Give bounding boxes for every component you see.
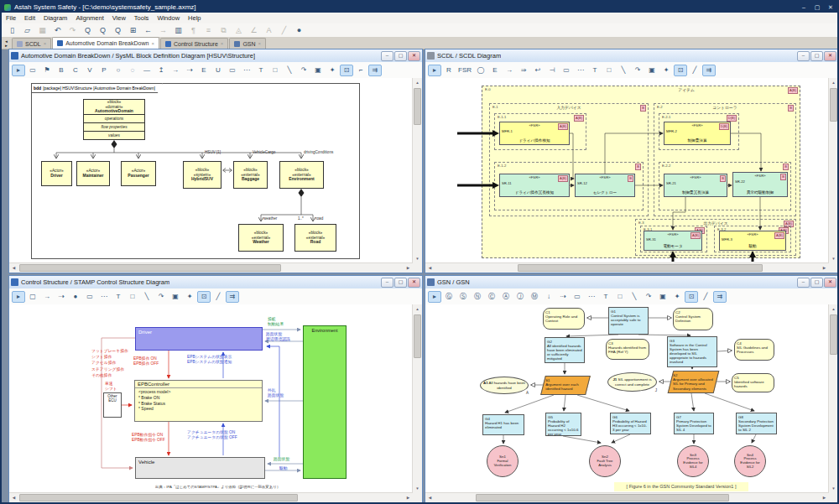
- maximize-button[interactable]: ▢: [810, 51, 823, 61]
- scdl-tool-anchor[interactable]: ⋯: [574, 65, 587, 76]
- stamp-box-other-ecu[interactable]: Other ECU: [103, 392, 122, 418]
- bdd-block-environment[interactable]: «block» «external» Environment: [279, 161, 324, 189]
- toolbar-redo[interactable]: ↷: [65, 24, 80, 37]
- stamp-tool-auto-align[interactable]: ⇉: [226, 291, 239, 303]
- gsn-tool-supported-by[interactable]: ↓: [542, 291, 555, 303]
- scdl-tool-fsr[interactable]: FSR: [456, 65, 473, 76]
- stamp-box-vehicle[interactable]: Vehicle: [135, 457, 265, 479]
- gsn-tool-text[interactable]: T: [599, 291, 612, 303]
- scdl-window-titlebar[interactable]: SCDL / SCDL Diagram – ▢ ✕: [425, 49, 838, 63]
- maximize-button[interactable]: ▢: [394, 51, 407, 61]
- bdd-tool-dependency[interactable]: ⇢: [183, 65, 196, 76]
- scroll-right-icon[interactable]: ▶: [820, 493, 829, 502]
- close-button[interactable]: ✕: [824, 278, 836, 288]
- scrollbar-thumb[interactable]: [19, 494, 298, 501]
- scroll-up-icon[interactable]: ▲: [829, 304, 838, 314]
- gsn-context-c4[interactable]: C4 SIL Guidelines and Processes: [734, 339, 774, 361]
- bdd-tool-usage[interactable]: U: [211, 65, 225, 76]
- menu-item-edit[interactable]: Edit: [20, 14, 39, 22]
- bdd-block-automotive-domain[interactable]: «block» «domain» AutomotiveDomain operat…: [83, 99, 145, 140]
- bdd-block-hybridsuv[interactable]: «block» «system» HybridSUV: [183, 161, 221, 189]
- stamp-canvas[interactable]: Driver Environment EPBController <proces…: [9, 304, 413, 493]
- scroll-left-icon[interactable]: ◀: [425, 493, 435, 502]
- bdd-tool-port[interactable]: P: [97, 65, 111, 76]
- bdd-tool-constraint[interactable]: C: [69, 65, 82, 76]
- bdd-actor-passenger[interactable]: «Actor» Passenger: [121, 161, 156, 186]
- toolbar-undo[interactable]: ↶: [50, 24, 65, 37]
- toolbar-zoom-in[interactable]: Q: [81, 24, 95, 37]
- scdl-tool-note[interactable]: ▭: [560, 65, 573, 76]
- bdd-tool-line-router[interactable]: ⌐: [354, 65, 367, 76]
- bdd-tool-text[interactable]: T: [254, 65, 268, 76]
- menu-item-view[interactable]: View: [108, 14, 130, 22]
- bdd-tool-anchor[interactable]: ⋯: [240, 65, 253, 76]
- scdl-tool-hazard[interactable]: ◯: [474, 65, 487, 76]
- minimize-button[interactable]: –: [797, 278, 810, 288]
- menu-item-alignment[interactable]: Alignment: [71, 14, 107, 22]
- scroll-down-icon[interactable]: ▼: [829, 484, 838, 493]
- gsn-solution-sn3[interactable]: Sn3 Process Evidence for SIL4: [677, 445, 709, 477]
- bdd-tool-curve[interactable]: ↷: [297, 65, 310, 76]
- bdd-tool-pin[interactable]: ⚑: [40, 65, 54, 76]
- bdd-tool-connector[interactable]: —: [140, 65, 154, 76]
- gsn-goal-g5[interactable]: G5 Probability of Hazard H2 occurring < …: [545, 413, 581, 436]
- toolbar-font-color[interactable]: A: [262, 24, 276, 37]
- scdl-tool-grid[interactable]: ⊡: [674, 65, 687, 76]
- bdd-tool-image[interactable]: ▣: [311, 65, 325, 76]
- scdl-tool-auto-align[interactable]: ⇉: [702, 65, 716, 76]
- gsn-goal-g2[interactable]: G2 All identified hazards have been elim…: [545, 337, 585, 363]
- gsn-tool-assumption[interactable]: Ⓐ: [499, 291, 513, 303]
- minimize-button[interactable]: –: [797, 2, 810, 13]
- minimize-button[interactable]: –: [381, 51, 393, 61]
- maximize-button[interactable]: ▢: [810, 2, 824, 13]
- stamp-box-environment[interactable]: Environment: [303, 325, 347, 479]
- scdl-tool-flow[interactable]: →: [503, 65, 516, 76]
- scrollbar-thumb[interactable]: [518, 264, 763, 272]
- bdd-tool-part[interactable]: ○: [112, 65, 125, 76]
- bdd-tool-auto-align[interactable]: ⇉: [368, 65, 382, 76]
- stamp-tool-note[interactable]: ▭: [83, 291, 96, 303]
- scdl-tool-requirement[interactable]: R: [442, 65, 456, 76]
- toolbar-line-jump[interactable]: ≡: [201, 24, 216, 37]
- menu-item-file[interactable]: File: [2, 14, 20, 22]
- scrollbar-thumb[interactable]: [414, 88, 421, 125]
- bdd-actor-maintainer[interactable]: «Actor» Maintainer: [76, 161, 110, 186]
- gsn-goal-g4[interactable]: G4 Hazard H1 has been eliminated: [482, 414, 524, 435]
- scdl-tool-barrier[interactable]: ⊣: [545, 65, 559, 76]
- stamp-tool-image[interactable]: ▣: [169, 291, 182, 303]
- toolbar-nav-back[interactable]: ←: [141, 24, 155, 37]
- menu-item-diagram[interactable]: Diagram: [39, 14, 71, 22]
- tab-automotive-domain-breakdown[interactable]: Automotive Domain BreakDown ×: [52, 37, 159, 49]
- gsn-tool-connector[interactable]: ╱: [699, 291, 712, 303]
- gsn-justification-j1[interactable]: J1 SIL apportionment is correct and comp…: [607, 372, 657, 392]
- scroll-up-icon[interactable]: ▲: [413, 304, 422, 314]
- gsn-goal-g1[interactable]: G1 Control System is acceptably safe to …: [608, 307, 649, 335]
- gsn-tool-in-context-of[interactable]: ⇢: [556, 291, 570, 303]
- sidebar-collapse-arrows[interactable]: ◄ ►: [3, 39, 9, 48]
- tab-close-icon[interactable]: ×: [44, 41, 47, 46]
- gsn-tool-auto-align[interactable]: ⇉: [713, 291, 727, 303]
- stamp-tool-select[interactable]: ▸: [12, 291, 25, 303]
- scroll-left-icon[interactable]: ◀: [9, 493, 18, 502]
- bdd-tool-reference[interactable]: ◌: [126, 65, 139, 76]
- gsn-goal-g7[interactable]: G7 Primary Protection System Developed t…: [674, 413, 714, 434]
- bdd-tool-item-flow[interactable]: ↥: [154, 65, 168, 76]
- toolbar-zoom-reset[interactable]: Q: [111, 24, 125, 37]
- stamp-tool-curve[interactable]: ↷: [154, 291, 168, 303]
- scroll-left-icon[interactable]: ◀: [9, 263, 18, 273]
- gsn-tool-justification[interactable]: Ⓙ: [513, 291, 527, 303]
- gsn-tool-goal[interactable]: Ⓖ: [442, 291, 456, 303]
- scroll-up-icon[interactable]: ▲: [829, 78, 838, 87]
- gsn-tool-note[interactable]: ▭: [571, 291, 584, 303]
- gsn-assumption-a1[interactable]: A1 All hazards have been identified A: [480, 377, 529, 394]
- toolbar-fill-color[interactable]: ◬: [232, 24, 246, 37]
- scdl-tool-rect[interactable]: □: [602, 65, 616, 76]
- gsn-goal-g3[interactable]: G3 Software in the Control System has be…: [667, 336, 717, 367]
- close-button[interactable]: ✕: [408, 278, 420, 288]
- bdd-window-titlebar[interactable]: Automotive Domain BreakDown / SysML Bloc…: [9, 49, 422, 63]
- bdd-tool-value-type[interactable]: V: [83, 65, 96, 76]
- scrollbar-thumb[interactable]: [476, 494, 729, 501]
- bdd-tool-extend[interactable]: E: [197, 65, 211, 76]
- gsn-solution-sn1[interactable]: Sn1 Formal Verification: [487, 445, 519, 477]
- toolbar-diagram-overview[interactable]: ▥: [171, 24, 185, 37]
